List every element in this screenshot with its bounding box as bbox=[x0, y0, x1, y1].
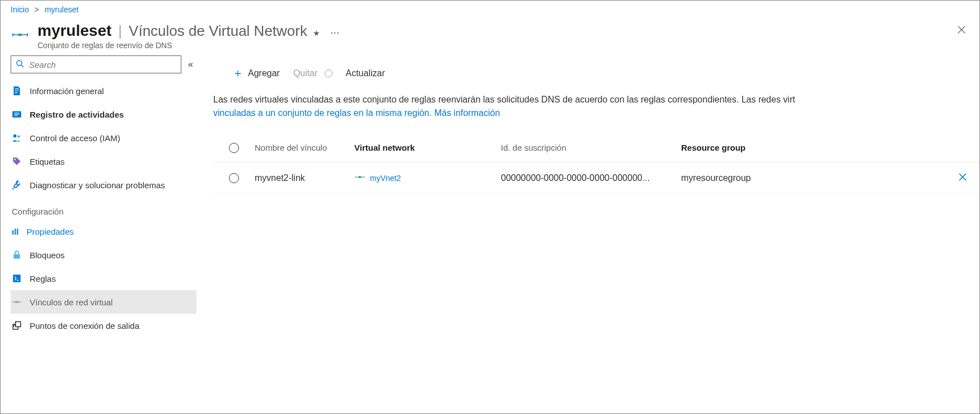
tag-icon bbox=[12, 156, 22, 166]
col-header-vnet[interactable]: Virtual network bbox=[354, 143, 501, 152]
row-select-checkbox[interactable] bbox=[229, 173, 239, 183]
lock-icon bbox=[12, 250, 22, 260]
main-content: ＋ Agregar Quitar Actualizar Las redes vi… bbox=[196, 55, 979, 407]
sidebar-item-activity-log[interactable]: Registro de actividades bbox=[11, 103, 196, 126]
rules-icon bbox=[12, 273, 22, 283]
sidebar: « Información general Registro de activi… bbox=[1, 55, 196, 407]
sidebar-section-label: Configuración bbox=[11, 197, 196, 220]
col-header-resource-group[interactable]: Resource group bbox=[681, 143, 946, 152]
sidebar-item-label: Control de acceso (IAM) bbox=[30, 133, 120, 143]
svg-point-16 bbox=[360, 176, 362, 178]
close-button[interactable] bbox=[954, 22, 969, 40]
breadcrumb: Inicio > myruleset bbox=[1, 1, 979, 14]
sidebar-item-properties[interactable]: ıll Propiedades bbox=[11, 220, 196, 243]
svg-point-7 bbox=[14, 159, 16, 160]
svg-rect-13 bbox=[16, 322, 21, 327]
row-delete-button[interactable] bbox=[958, 173, 967, 184]
sidebar-item-rules[interactable]: Reglas bbox=[11, 267, 196, 290]
sidebar-item-overview[interactable]: Información general bbox=[11, 79, 196, 103]
page-header: myruleset | Vínculos de Virtual Network … bbox=[1, 14, 979, 55]
sidebar-item-label: Propiedades bbox=[27, 227, 74, 236]
more-actions-button[interactable]: ··· bbox=[330, 26, 340, 39]
properties-icon: ıll bbox=[12, 227, 19, 236]
remove-circle-icon bbox=[325, 69, 332, 77]
plus-icon: ＋ bbox=[232, 66, 243, 81]
svg-point-5 bbox=[13, 134, 17, 138]
breadcrumb-home[interactable]: Inicio bbox=[11, 5, 29, 14]
sidebar-item-vnet-links[interactable]: Vínculos de red virtual bbox=[11, 290, 196, 314]
breadcrumb-current[interactable]: myruleset bbox=[45, 5, 79, 14]
sidebar-item-label: Reglas bbox=[30, 274, 56, 283]
collapse-sidebar-button[interactable]: « bbox=[187, 58, 194, 71]
description-text: Las redes virtuales vinculadas a este co… bbox=[213, 93, 979, 120]
col-header-subscription[interactable]: Id. de suscripción bbox=[501, 143, 681, 152]
page-section: Vínculos de Virtual Network bbox=[129, 22, 307, 40]
sidebar-item-outbound-endpoints[interactable]: Puntos de conexión de salida bbox=[11, 314, 196, 337]
sidebar-item-locks[interactable]: Bloqueos bbox=[11, 243, 196, 267]
wrench-icon bbox=[12, 180, 22, 190]
title-separator: | bbox=[118, 22, 122, 40]
sidebar-item-label: Registro de actividades bbox=[30, 110, 124, 119]
table-header: Nombre del vínculo Virtual network Id. d… bbox=[213, 133, 979, 162]
vnet-links-table: Nombre del vínculo Virtual network Id. d… bbox=[213, 133, 979, 194]
toolbar: ＋ Agregar Quitar Actualizar bbox=[213, 55, 979, 93]
vnet-link[interactable]: myVnet2 bbox=[370, 174, 401, 183]
sidebar-item-label: Etiquetas bbox=[30, 157, 65, 166]
sidebar-item-access-control[interactable]: Control de acceso (IAM) bbox=[11, 126, 196, 150]
search-icon bbox=[16, 59, 25, 70]
svg-point-12 bbox=[17, 301, 19, 303]
sidebar-item-label: Vínculos de red virtual bbox=[30, 297, 112, 307]
select-all-checkbox[interactable] bbox=[229, 143, 239, 153]
cell-subscription: 00000000-0000-0000-0000-000000... bbox=[501, 173, 681, 183]
document-icon bbox=[12, 86, 22, 96]
svg-point-2 bbox=[21, 34, 23, 36]
people-icon bbox=[12, 133, 22, 143]
vnet-icon bbox=[354, 173, 365, 183]
more-info-link[interactable]: vinculadas a un conjunto de reglas en la… bbox=[213, 108, 500, 118]
sidebar-item-label: Puntos de conexión de salida bbox=[30, 321, 139, 331]
cell-resource-group: myresourcegroup bbox=[681, 173, 946, 183]
vnet-link-icon bbox=[12, 297, 22, 307]
sidebar-item-tags[interactable]: Etiquetas bbox=[11, 150, 196, 173]
svg-rect-9 bbox=[13, 275, 21, 282]
search-input[interactable] bbox=[29, 60, 176, 69]
refresh-button[interactable]: Actualizar bbox=[346, 68, 385, 78]
add-button[interactable]: ＋ Agregar bbox=[232, 66, 280, 81]
ruleset-icon bbox=[11, 25, 30, 44]
remove-button: Quitar bbox=[293, 68, 332, 78]
sidebar-item-diagnose[interactable]: Diagnosticar y solucionar problemas bbox=[11, 173, 196, 197]
sidebar-item-label: Diagnosticar y solucionar problemas bbox=[30, 180, 165, 190]
svg-point-6 bbox=[17, 136, 20, 138]
svg-point-3 bbox=[17, 61, 22, 66]
outbound-icon bbox=[12, 320, 22, 331]
breadcrumb-sep-icon: > bbox=[35, 5, 39, 14]
page-subtitle: Conjunto de reglas de reenvío de DNS bbox=[37, 41, 954, 50]
table-row[interactable]: myvnet2-link myVnet2 00000000-0000-0000-… bbox=[213, 162, 979, 194]
favorite-star-icon[interactable]: ★ bbox=[313, 29, 320, 38]
sidebar-item-label: Información general bbox=[30, 86, 104, 96]
svg-rect-8 bbox=[13, 254, 20, 259]
col-header-link-name[interactable]: Nombre del vínculo bbox=[255, 143, 354, 152]
cell-link-name: myvnet2-link bbox=[255, 173, 354, 183]
activity-log-icon bbox=[12, 109, 22, 119]
sidebar-item-label: Bloqueos bbox=[30, 250, 65, 260]
page-title: myruleset bbox=[37, 22, 111, 40]
sidebar-search[interactable] bbox=[11, 55, 181, 73]
